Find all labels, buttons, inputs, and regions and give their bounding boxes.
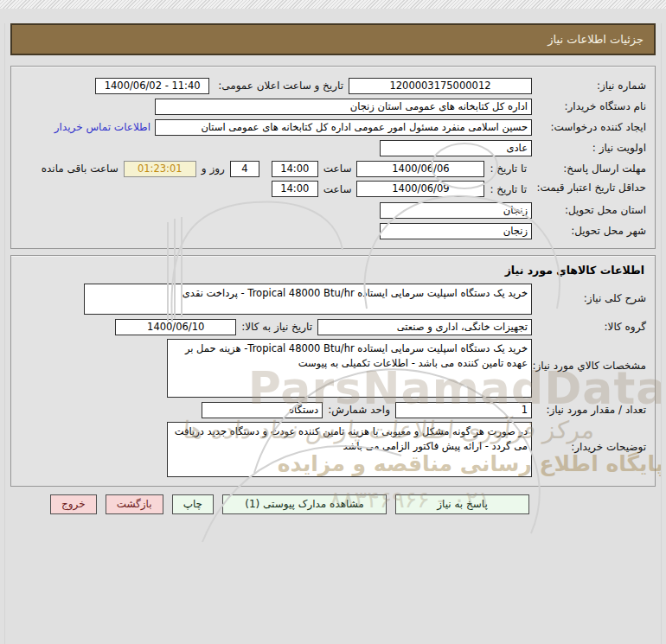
publish-datetime-label: تاریخ و ساعت اعلان عمومی: — [218, 80, 343, 92]
creator-field[interactable]: حسین اسلامی منفرد مسئول امور عمومی اداره… — [155, 119, 532, 136]
deadline-time-field[interactable]: 14:00 — [272, 161, 318, 177]
deadline-hour-label: ساعت — [323, 163, 352, 175]
print-button[interactable]: چاپ — [172, 494, 214, 514]
days-remaining-field: 4 — [230, 161, 259, 177]
priority-label: اولویت نیاز : — [532, 141, 646, 155]
need-number-label: شماره نیاز: — [532, 79, 646, 92]
publish-datetime-field[interactable]: 1400/06/02 - 11:40 — [95, 78, 209, 94]
need-info-panel: شماره نیاز: 1200003175000012 تاریخ و ساع… — [10, 66, 656, 249]
city-field[interactable]: زنجان — [380, 223, 532, 239]
buyer-field[interactable]: اداره کل کتابخانه های عمومی استان زنجان — [155, 99, 532, 115]
row-goods-group: گروه کالا: تجهیزات خانگی، اداری و صنعتی … — [20, 318, 646, 335]
back-button[interactable]: بازگشت — [106, 494, 163, 514]
row-creator: ایجاد کننده درخواست: حسین اسلامی منفرد م… — [20, 118, 646, 136]
row-quantity: تعداد / مقدار مورد نیاز: 1 واحد شمارش: د… — [20, 401, 646, 418]
quantity-field[interactable]: 1 — [395, 402, 532, 418]
view-attachments-button[interactable]: مشاهده مدارک پیوستی (1) — [222, 494, 387, 514]
priority-field[interactable]: عادی — [380, 140, 532, 156]
page-title: جزئیات اطلاعات نیاز — [548, 33, 644, 46]
general-desc-label: شرح کلی نیاز: — [532, 284, 646, 305]
need-date-field[interactable]: 1400/06/10 — [115, 319, 236, 335]
row-need-number: شماره نیاز: 1200003175000012 تاریخ و ساع… — [20, 77, 646, 94]
buyer-notes-field[interactable]: در صورت هر گونه مشکل و معیوبی با هزینه ت… — [167, 422, 532, 477]
buyer-notes-label: توضیحات خریدار: — [532, 422, 646, 454]
province-field[interactable]: زنجان — [380, 202, 532, 219]
validity-time-field[interactable]: 14:00 — [272, 181, 318, 197]
countdown-label: ساعت باقی مانده — [42, 163, 118, 175]
unit-field[interactable]: دستگاه — [202, 402, 323, 418]
spec-field[interactable]: خرید یک دستگاه اسپلیت سرمایی ایستاده Tro… — [167, 339, 532, 398]
page-top-texture — [0, 0, 666, 9]
respond-to-need-button[interactable]: پاسخ به نیاز — [395, 494, 529, 514]
countdown-timer: 01:23:01 — [124, 161, 196, 177]
validity-hour-label: ساعت — [323, 181, 352, 195]
validity-to-date-label: تا تاریخ : — [490, 181, 527, 195]
page-title-bar: جزئیات اطلاعات نیاز — [10, 23, 656, 55]
unit-label: واحد شمارش: — [328, 404, 390, 416]
spec-label: مشخصات کالاي مورد نیاز: — [532, 339, 646, 373]
quantity-label: تعداد / مقدار مورد نیاز: — [532, 403, 646, 417]
row-priority: اولویت نیاز : عادی — [20, 139, 646, 156]
validity-date-field[interactable]: 1400/06/09 — [356, 181, 484, 197]
general-desc-field[interactable]: خرید یک دستگاه اسپلیت سرمایی ایستاده Tro… — [84, 284, 532, 315]
deadline-label: مهلت ارسال پاسخ: — [532, 162, 646, 175]
row-price-validity: حداقل تاریخ اعتبار قیمت: تا تاریخ : 1400… — [20, 181, 646, 198]
row-province: استان محل تحویل: زنجان — [20, 201, 646, 219]
price-validity-label: حداقل تاریخ اعتبار قیمت: — [532, 181, 646, 194]
content-frame: جزئیات اطلاعات نیاز شماره نیاز: 12000031… — [4, 23, 662, 644]
row-city: شهر محل تحویل: زنجان — [20, 222, 646, 239]
deadline-to-date-label: تا تاریخ : — [490, 163, 527, 175]
buyer-contact-link[interactable]: اطلاعات تماس خریدار — [54, 121, 150, 133]
buyer-label: نام دستگاه خریدار: — [532, 99, 646, 113]
goods-section-title: اطلاعات کالاهاي مورد نیاز — [20, 264, 644, 277]
row-buyer-notes: توضیحات خریدار: در صورت هر گونه مشکل و م… — [20, 422, 646, 477]
need-date-label: تاریخ نیاز به کالا: — [241, 321, 312, 333]
city-label: شهر محل تحویل: — [532, 224, 646, 238]
action-button-row: پاسخ به نیاز مشاهده مدارک پیوستی (1) چاپ… — [5, 494, 529, 514]
need-number-field[interactable]: 1200003175000012 — [349, 78, 532, 94]
exit-button[interactable]: خروج — [50, 494, 97, 514]
goods-group-field[interactable]: تجهیزات خانگی، اداری و صنعتی — [317, 319, 532, 335]
row-deadline: مهلت ارسال پاسخ: تا تاریخ : 1400/06/06 س… — [20, 160, 646, 177]
goods-info-panel: اطلاعات کالاهاي مورد نیاز شرح کلی نیاز: … — [10, 255, 656, 487]
days-and-label: روز و — [202, 163, 225, 175]
goods-group-label: گروه کالا: — [532, 320, 646, 334]
deadline-date-field[interactable]: 1400/06/06 — [356, 161, 484, 177]
row-buyer: نام دستگاه خریدار: اداره کل کتابخانه های… — [20, 98, 646, 115]
row-general-desc: شرح کلی نیاز: خرید یک دستگاه اسپلیت سرما… — [20, 284, 646, 315]
creator-label: ایجاد کننده درخواست: — [532, 120, 646, 134]
province-label: استان محل تحویل: — [532, 203, 646, 217]
row-spec: مشخصات کالاي مورد نیاز: خرید یک دستگاه ا… — [20, 339, 646, 398]
